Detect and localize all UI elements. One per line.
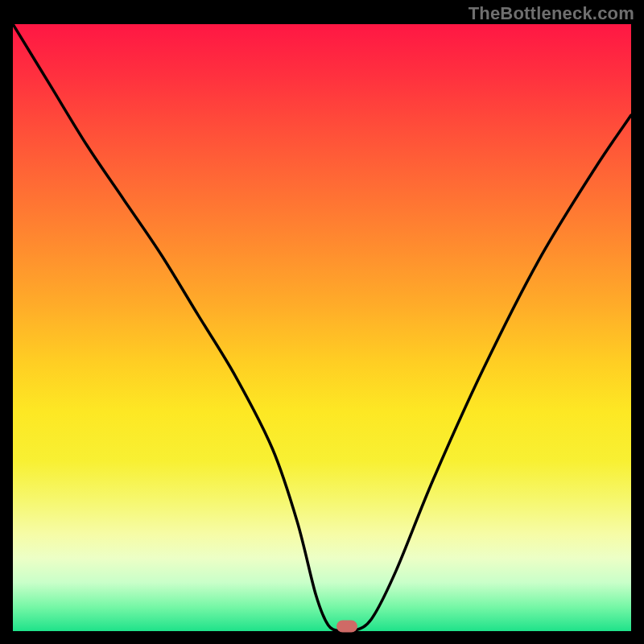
- plot-area: [13, 24, 631, 631]
- watermark-text: TheBottleneck.com: [469, 3, 634, 24]
- chart-frame: TheBottleneck.com: [0, 0, 644, 644]
- curve-path: [13, 24, 631, 631]
- optimal-marker: [336, 621, 357, 633]
- bottleneck-curve: [13, 24, 631, 631]
